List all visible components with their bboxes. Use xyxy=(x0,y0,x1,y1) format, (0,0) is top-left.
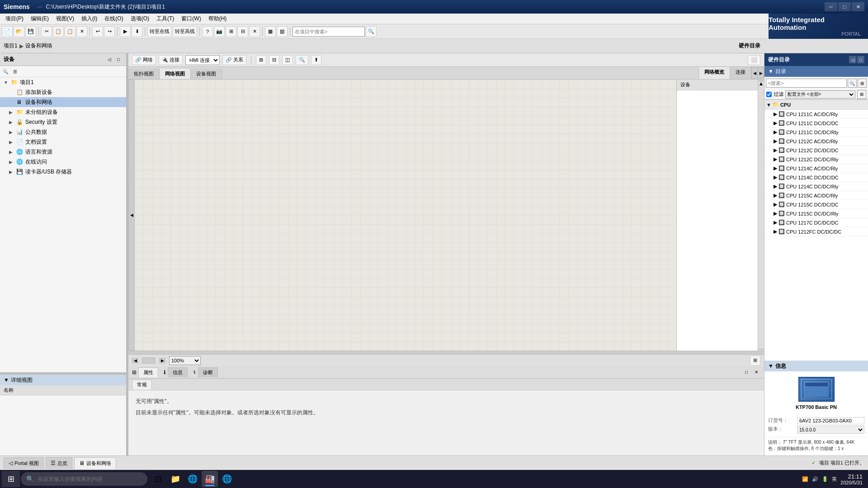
canvas-scrollbar-v[interactable]: ▲ ▼ xyxy=(758,80,764,351)
catalog-search-input[interactable] xyxy=(766,79,847,88)
tree-item-security[interactable]: ▶ 🔒 Security 设置 xyxy=(0,117,126,127)
bottom-tab-overview[interactable]: ☰ 总览 xyxy=(46,457,72,469)
cpu-item-13[interactable]: ▶ 🔲 CPU 1212FC DC/DC/DC xyxy=(764,227,868,236)
compare-btn[interactable]: ⊞ xyxy=(226,26,236,37)
menu-edit[interactable]: 编辑(E) xyxy=(27,14,52,23)
props-general-label[interactable]: 常规 xyxy=(132,380,152,389)
canvas-resize-handle[interactable] xyxy=(128,351,764,354)
bottom-tab-device-network[interactable]: 🖥 设备和网络 xyxy=(74,457,116,469)
cpu-item-5[interactable]: ▶ 🔲 CPU 1212C DC/DC/Rly xyxy=(764,155,868,164)
menu-window[interactable]: 窗口(W) xyxy=(178,14,204,23)
filter-btn[interactable]: ⊞ xyxy=(857,90,866,99)
cpu-item-4[interactable]: ▶ 🔲 CPU 1212C DC/DC/DC xyxy=(764,146,868,155)
tab-network[interactable]: 网络视图 xyxy=(160,69,191,79)
minimize-button[interactable]: ─ xyxy=(825,2,837,11)
download-btn[interactable]: ⬇ xyxy=(132,26,142,37)
cpu-item-11[interactable]: ▶ 🔲 CPU 1215C DC/DC/Rly xyxy=(764,209,868,218)
tree-item-online-access[interactable]: ▶ 🌐 在线访问 xyxy=(0,157,126,167)
taskbar-task-view[interactable]: ⊡ xyxy=(150,471,166,487)
tree-item-devices-network[interactable]: 🖥 设备和网络 xyxy=(0,97,126,107)
taskbar-tia-portal[interactable]: 🏭 xyxy=(202,471,218,487)
props-ctrl-1[interactable]: □ xyxy=(742,368,750,376)
cpu-item-1[interactable]: ▶ 🔲 CPU 1211C DC/DC/DC xyxy=(764,119,868,128)
tab-topology[interactable]: 拓扑视图 xyxy=(128,69,160,79)
tree-item-ungrouped[interactable]: ▶ 📁 未分组的设备 xyxy=(0,107,126,117)
view-list-btn[interactable]: ⊟ xyxy=(269,55,279,65)
tab-diagnostics[interactable]: 诊断 xyxy=(198,367,218,377)
new-btn[interactable]: 📄 xyxy=(2,26,13,37)
cpu-item-3[interactable]: ▶ 🔲 CPU 1212C AC/DC/Rly xyxy=(764,137,868,146)
taskbar-search-box[interactable]: 🔍 xyxy=(21,472,147,486)
project-search-input[interactable] xyxy=(292,27,365,37)
catalog-search-btn-1[interactable]: 🔍 xyxy=(848,79,857,88)
tree-list-btn[interactable]: ☰ xyxy=(11,67,19,75)
rp-btn-2[interactable]: □ xyxy=(857,56,864,63)
tree-item-card-reader[interactable]: ▶ 💾 读卡器/USB 存储器 xyxy=(0,167,126,177)
project-search-btn[interactable]: 🔍 xyxy=(366,26,377,37)
tree-search-btn[interactable]: 🔍 xyxy=(1,67,9,75)
zoom-in-btn[interactable]: 🔍 xyxy=(296,55,308,65)
panel1-btn[interactable]: ▦ xyxy=(265,26,276,37)
redo-btn[interactable]: ↪ xyxy=(104,26,115,37)
net-scroll-right[interactable]: ▶ xyxy=(758,67,764,79)
status-scroll-right[interactable]: ▶ xyxy=(159,358,165,363)
panel-ctrl-2[interactable]: □ xyxy=(114,56,123,64)
cpu-item-7[interactable]: ▶ 🔲 CPU 1214C DC/DC/DC xyxy=(764,173,868,182)
help-btn[interactable]: ? xyxy=(202,26,213,37)
props-ctrl-2[interactable]: ✕ xyxy=(752,368,760,376)
tree-item-project[interactable]: ▼ 📁 项目1 xyxy=(0,77,126,87)
zoom-fit-btn[interactable]: ⬆ xyxy=(311,55,321,65)
copy-btn[interactable]: 📋 xyxy=(53,26,64,37)
bottom-tab-portal[interactable]: ◁ Portal 视图 xyxy=(4,457,44,469)
close-btn[interactable]: ✕ xyxy=(249,26,260,37)
go-offline-btn[interactable]: 转至高线 xyxy=(173,26,197,37)
order-value[interactable] xyxy=(797,417,864,424)
taskbar-search-input[interactable] xyxy=(38,476,142,482)
canvas-action-btn[interactable]: ⊞ xyxy=(750,356,760,366)
connection-btn[interactable]: 🔌 连接 xyxy=(159,55,183,65)
delete-btn[interactable]: ✕ xyxy=(76,26,87,37)
tab-device[interactable]: 设备视图 xyxy=(191,69,222,79)
detail-view-header[interactable]: ▼ 详细视图 xyxy=(0,375,126,385)
tree-item-add-device[interactable]: 📋 添加新设备 xyxy=(0,87,126,97)
save-btn[interactable]: 💾 xyxy=(25,26,36,37)
filter-select[interactable]: 配置文件 <全部> xyxy=(785,90,855,99)
snapshot-btn[interactable]: 📷 xyxy=(214,26,225,37)
tree-item-common-data[interactable]: ▶ 📊 公共数据 xyxy=(0,127,126,137)
network-btn[interactable]: 🔗 网络 xyxy=(132,55,156,65)
catalog-search-btn-2[interactable]: ⊞ xyxy=(858,79,867,88)
cpu-item-8[interactable]: ▶ 🔲 CPU 1214C DC/DC/Rly xyxy=(764,182,868,191)
menu-help[interactable]: 帮助(H) xyxy=(205,14,231,23)
cpu-item-12[interactable]: ▶ 🔲 CPU 1217C DC/DC/DC xyxy=(764,218,868,227)
close-button[interactable]: ✕ xyxy=(852,2,864,11)
maximize-button[interactable]: □ xyxy=(838,2,851,11)
open-btn[interactable]: 📂 xyxy=(14,26,24,37)
cpu-item-9[interactable]: ▶ 🔲 CPU 1215C AC/DC/Rly xyxy=(764,191,868,200)
status-center-btn[interactable] xyxy=(142,357,156,364)
panel2-btn[interactable]: ▧ xyxy=(277,26,288,37)
taskbar-explorer[interactable]: 📁 xyxy=(167,471,184,487)
paste-btn[interactable]: 📋 xyxy=(65,26,75,37)
cpu-item-2[interactable]: ▶ 🔲 CPU 1211C DC/DC/Rly xyxy=(764,128,868,137)
relation-btn[interactable]: 🔗 关系 xyxy=(222,55,246,65)
network-canvas[interactable] xyxy=(135,80,676,351)
menu-project[interactable]: 项目(P) xyxy=(2,14,27,23)
canvas-maximize-btn[interactable]: ⬜ xyxy=(748,55,760,65)
go-online-btn[interactable]: 转至在线 xyxy=(147,26,172,37)
version-select[interactable]: 15.0.0.0 xyxy=(797,426,864,434)
scroll-up-btn[interactable]: ▲ xyxy=(759,80,764,81)
tab-info[interactable]: 信息 xyxy=(168,367,188,377)
taskbar-edge[interactable]: 🌐 xyxy=(184,471,201,487)
compile-btn[interactable]: ▶ xyxy=(120,26,131,37)
cpu-category[interactable]: ▼ 📁 CPU xyxy=(764,100,868,110)
split-btn[interactable]: ⊟ xyxy=(237,26,248,37)
rp-btn-1[interactable]: ◁ xyxy=(849,56,856,63)
view-grid-btn[interactable]: ⊞ xyxy=(256,55,266,65)
menu-insert[interactable]: 插入(I) xyxy=(78,14,101,23)
canvas-scroll-left[interactable]: ◀ xyxy=(128,80,135,351)
start-button[interactable]: ⊞ xyxy=(2,471,20,487)
status-scroll-left[interactable]: ◀ xyxy=(132,358,138,363)
net-scroll-left[interactable]: ◀ xyxy=(751,67,758,79)
menu-tools[interactable]: 工具(T) xyxy=(153,14,178,23)
cut-btn[interactable]: ✂ xyxy=(41,26,52,37)
